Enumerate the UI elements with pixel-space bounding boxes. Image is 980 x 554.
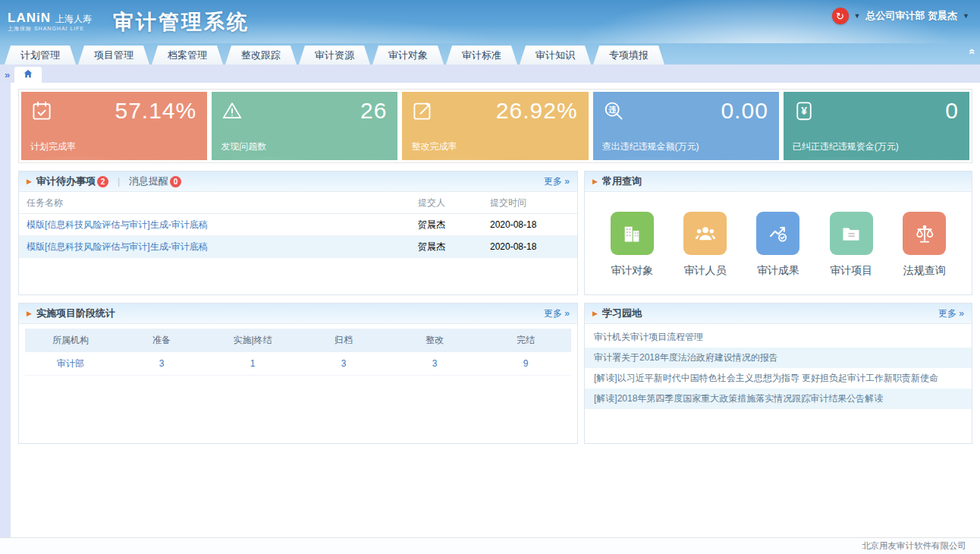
kpi-card-corrected-funds: ¥ 0 已纠正违纪违规资金(万元): [784, 92, 969, 160]
tab-audit-standards[interactable]: 审计标准: [446, 46, 517, 65]
stage-stats-row: 审计部 3 1 3 3 9: [25, 352, 571, 376]
column-submit-time: 提交时间: [490, 197, 577, 209]
quick-regulations-query-button[interactable]: 法规查询: [903, 212, 946, 278]
panel-arrow-icon: ▶: [592, 178, 598, 185]
app-header: LANiN 上海人寿 上海保险 SHANGHAI LIFE 审计管理系统 ↻ ▼…: [0, 0, 980, 43]
tab-audit-knowledge[interactable]: 审计知识: [520, 46, 591, 65]
tab-plan-management[interactable]: 计划管理: [5, 46, 76, 65]
stat-value-link[interactable]: 3: [432, 358, 438, 369]
stat-value-link[interactable]: 9: [523, 358, 529, 369]
submitter: 贺晨杰: [418, 219, 490, 231]
chevron-down-icon[interactable]: ▼: [854, 12, 861, 20]
todo-tab[interactable]: 审计待办事项: [36, 175, 96, 188]
stage-stats-table-header: 所属机构 准备 实施|终结 归档 整改 完结: [25, 329, 571, 352]
calendar-check-icon: [30, 99, 53, 125]
tab-rectification-tracking[interactable]: 整改跟踪: [225, 46, 297, 65]
users-icon: [683, 212, 727, 255]
stat-value-link[interactable]: 3: [159, 358, 165, 369]
logo-chinese-name: 上海人寿: [55, 14, 92, 24]
learning-item-link[interactable]: [解读]2018年第四季度国家重大政策措施落实情况跟踪审计结果公告解读: [585, 389, 972, 409]
messages-count-badge: 0: [170, 176, 181, 187]
collapse-header-icon[interactable]: »: [966, 49, 976, 55]
todo-more-link[interactable]: 更多 »: [544, 175, 570, 188]
todo-panel: ▶ 审计待办事项 2 | 消息提醒 0 更多 » 任务名称 提交人 提交时间 模…: [18, 171, 578, 295]
learning-item-link[interactable]: 审计机关审计项目流程管理: [585, 327, 972, 348]
quick-audit-results-button[interactable]: 审计成果: [756, 212, 799, 278]
quick-audit-projects-button[interactable]: 审计项目: [830, 212, 873, 278]
quick-audit-personnel-button[interactable]: 审计人员: [683, 212, 727, 278]
kpi-label: 整改完成率: [411, 140, 457, 153]
kpi-card-rectification-completion: 26.92% 整改完成率: [402, 92, 588, 160]
messages-tab[interactable]: 消息提醒: [129, 175, 168, 188]
stage-stats-more-link[interactable]: 更多 »: [544, 307, 570, 320]
yuan-icon: ¥: [793, 99, 815, 125]
panel-arrow-icon: ▶: [27, 310, 32, 317]
learning-item-link[interactable]: 审计署关于2018年度法治政府建设情况的报告: [585, 348, 972, 368]
kpi-label: 计划完成率: [30, 140, 76, 153]
quick-label: 审计项目: [830, 264, 872, 278]
column-implementation: 实施|终结: [207, 334, 298, 347]
quick-audit-objects-button[interactable]: 审计对象: [611, 212, 654, 278]
page-title: 审计管理系统: [113, 8, 250, 36]
learning-title: 学习园地: [602, 307, 642, 320]
learning-more-link[interactable]: 更多 »: [938, 307, 964, 320]
page-footer: 北京用友审计软件有限公司: [0, 537, 980, 554]
column-submitter: 提交人: [418, 197, 490, 209]
column-preparation: 准备: [116, 334, 207, 347]
user-name[interactable]: 总公司审计部 贺晨杰: [865, 9, 957, 23]
user-menu-chevron-icon[interactable]: ▼: [963, 12, 969, 20]
task-link[interactable]: 模版[信息科技风险评估与审计]生成-审计底稿: [27, 219, 208, 230]
open-tabs-bar: »: [0, 65, 980, 83]
panel-arrow-icon: ▶: [27, 178, 32, 185]
learning-item-link[interactable]: [解读]以习近平新时代中国特色社会主义思想为指导 更好担负起审计工作新职责新使命: [585, 368, 972, 389]
kpi-card-plan-completion: 57.14% 计划完成率: [21, 92, 207, 160]
learning-list: 审计机关审计项目流程管理 审计署关于2018年度法治政府建设情况的报告 [解读]…: [585, 324, 972, 409]
todo-table-header: 任务名称 提交人 提交时间: [19, 192, 577, 214]
building-icon: [611, 212, 654, 255]
folder-icon: [830, 212, 873, 255]
home-icon: [23, 68, 33, 82]
tab-special-reporting[interactable]: 专项填报: [593, 46, 664, 65]
quick-label: 审计成果: [757, 264, 799, 278]
todo-count-badge: 2: [97, 176, 108, 187]
company-logo: LANiN 上海人寿 上海保险 SHANGHAI LIFE: [8, 11, 92, 31]
quick-query-title: 常用查询: [602, 175, 642, 188]
column-archived: 归档: [298, 334, 389, 347]
todo-row: 模版[信息科技风险评估与审计]生成-审计底稿 贺晨杰 2020-08-18: [19, 214, 577, 236]
todo-panel-header: ▶ 审计待办事项 2 | 消息提醒 0 更多 »: [19, 172, 577, 192]
column-completed: 完结: [480, 334, 571, 347]
stage-stats-title: 实施项目阶段统计: [36, 307, 115, 320]
edit-icon: [411, 99, 434, 125]
tab-audit-objects[interactable]: 审计对象: [372, 46, 444, 65]
tab-archive-management[interactable]: 档案管理: [152, 46, 223, 65]
tab-audit-resources[interactable]: 审计资源: [299, 46, 370, 65]
quick-label: 法规查询: [903, 264, 946, 278]
main-content: 57.14% 计划完成率 26 发现问题数 26.92% 整改完成率: [0, 83, 980, 537]
tab-project-management[interactable]: 项目管理: [78, 46, 149, 65]
task-link[interactable]: 模版[信息科技风险评估与审计]生成-审计底稿: [27, 241, 208, 252]
stat-value-link[interactable]: 1: [250, 358, 256, 369]
main-nav-tabbar: 计划管理 项目管理 档案管理 整改跟踪 审计资源 审计对象 审计标准 审计知识 …: [0, 43, 980, 65]
kpi-value: 0: [945, 98, 959, 124]
submit-time: 2020-08-18: [490, 241, 577, 252]
quick-query-header: ▶ 常用查询: [585, 172, 972, 192]
warning-triangle-icon: [221, 99, 243, 125]
logo-subtitle: 上海保险 SHANGHAI LIFE: [8, 26, 92, 32]
kpi-value: 0.00: [721, 98, 768, 124]
column-task-name: 任务名称: [19, 197, 418, 209]
kpi-label: 已纠正违纪违规资金(万元): [793, 140, 899, 153]
quick-query-items: 审计对象 审计人员 审计成果: [585, 192, 972, 294]
kpi-card-violation-amount: 违 0.00 查出违纪违规金额(万元): [593, 92, 779, 160]
column-organization: 所属机构: [25, 334, 116, 347]
stage-stats-header: ▶ 实施项目阶段统计 更多 »: [19, 304, 577, 324]
org-link[interactable]: 审计部: [57, 358, 84, 369]
expand-sidebar-icon[interactable]: »: [5, 69, 10, 80]
kpi-card-problems-found: 26 发现问题数: [212, 92, 397, 160]
home-tab[interactable]: [14, 67, 42, 83]
column-rectification: 整改: [389, 334, 480, 347]
notification-icon[interactable]: ↻: [832, 8, 849, 24]
scales-icon: [903, 212, 946, 255]
stat-value-link[interactable]: 3: [341, 358, 347, 369]
svg-text:¥: ¥: [801, 105, 807, 117]
kpi-cards-row: 57.14% 计划完成率 26 发现问题数 26.92% 整改完成率: [18, 89, 972, 163]
